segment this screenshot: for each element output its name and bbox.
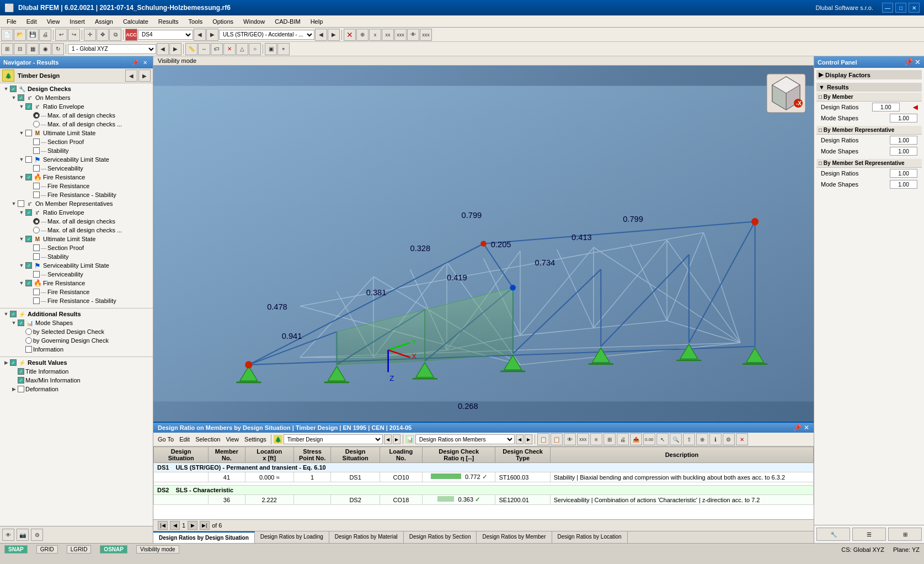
- close-button[interactable]: ✕: [909, 3, 920, 13]
- expand-on-member-reps[interactable]: ▼: [10, 200, 18, 207]
- expand-result-values[interactable]: ▶: [2, 359, 10, 366]
- radio-by-governing[interactable]: [25, 337, 32, 344]
- page-prev-btn[interactable]: ◀: [170, 521, 180, 530]
- tb-select[interactable]: ✛: [84, 29, 96, 41]
- menu-file[interactable]: File: [2, 17, 21, 26]
- tab-by-loading[interactable]: Design Ratios by Loading: [255, 531, 329, 543]
- col-check-type[interactable]: Design CheckType: [495, 447, 550, 463]
- tb-new[interactable]: 📄: [1, 29, 13, 41]
- expand-ratio-env-2[interactable]: ▼: [18, 209, 25, 216]
- menu-cadbim[interactable]: CAD-BIM: [270, 17, 305, 26]
- tree-node-max-all-4[interactable]: — Max. of all design checks ...: [0, 226, 153, 235]
- tb-grid[interactable]: ⊟: [14, 43, 26, 55]
- tb-move[interactable]: ✥: [97, 29, 109, 41]
- checkbox-title-info[interactable]: ✓: [18, 368, 24, 375]
- results-tb-7[interactable]: 🖨: [617, 433, 629, 445]
- cp-results-header[interactable]: ▼ Results: [816, 83, 922, 92]
- tree-node-stability-2[interactable]: — Stability: [0, 252, 153, 261]
- tb-annotate[interactable]: 🏷: [211, 43, 223, 55]
- checkbox-serv-1[interactable]: [33, 165, 40, 172]
- radio-by-selected[interactable]: [25, 328, 32, 335]
- tb-render1[interactable]: ▣: [265, 43, 277, 55]
- goto-menu[interactable]: Go To: [156, 436, 176, 443]
- maximize-button[interactable]: □: [895, 3, 906, 13]
- tree-node-additional-results[interactable]: ▼ ✓ ⚡ Additional Results: [0, 310, 153, 318]
- col-loading-no[interactable]: LoadingNo.: [380, 447, 422, 463]
- results-tb-6[interactable]: ⊞: [603, 433, 616, 445]
- visibility-mode-status[interactable]: Visibility mode: [136, 545, 179, 554]
- menu-assign[interactable]: Assign: [90, 17, 117, 26]
- results-pin-button[interactable]: 📌: [793, 424, 802, 432]
- results-tb-2[interactable]: 📋: [551, 433, 563, 445]
- tb-copy[interactable]: ⧉: [109, 29, 121, 41]
- checkbox-uls-2[interactable]: ✓: [25, 236, 32, 242]
- snap-status[interactable]: SNAP: [4, 545, 28, 554]
- tree-node-serviceability-2[interactable]: — Serviceability: [0, 270, 153, 279]
- page-last-btn[interactable]: ▶|: [200, 521, 210, 530]
- module-combo[interactable]: Timber Design: [284, 434, 383, 444]
- result-type-combo[interactable]: Design Ratios on Members: [415, 434, 515, 444]
- expand-design-checks[interactable]: ▼: [2, 85, 10, 93]
- tree-node-stability-1[interactable]: — Stability: [0, 146, 153, 155]
- tree-node-section-proof-2[interactable]: — Section Proof: [0, 243, 153, 252]
- tree-node-on-members[interactable]: ▼ ✓ ⑈ On Members: [0, 93, 153, 102]
- expand-ratio-env-1[interactable]: ▼: [18, 103, 25, 110]
- checkbox-serv-2[interactable]: [33, 271, 40, 278]
- result-prev-btn[interactable]: ◀: [516, 434, 524, 444]
- checkbox-fire-1[interactable]: ✓: [25, 174, 32, 180]
- tb-view2[interactable]: xx: [382, 29, 394, 41]
- cp-member-ms-input[interactable]: [890, 114, 917, 123]
- tb-cross[interactable]: ✕: [223, 43, 236, 55]
- checkbox-additional-results[interactable]: ✓: [10, 311, 17, 317]
- tb-cs-prev[interactable]: ◀: [157, 43, 169, 55]
- checkbox-maxmin-info[interactable]: ✓: [18, 377, 24, 384]
- checkbox-stab-2[interactable]: [33, 253, 40, 260]
- menu-help[interactable]: Help: [306, 17, 328, 26]
- tree-node-information[interactable]: Information: [0, 345, 153, 354]
- load-case-combo[interactable]: ULS (STR/GEO) - Accidental - ...: [219, 30, 314, 40]
- menu-results[interactable]: Results: [154, 17, 183, 26]
- tree-node-max-all-3[interactable]: — Max. of all design checks: [0, 217, 153, 226]
- col-design-situation[interactable]: DesignSituation: [154, 447, 209, 463]
- menu-options[interactable]: Options: [208, 17, 238, 26]
- col-design-sit[interactable]: DesignSituation: [331, 447, 380, 463]
- tb-rot[interactable]: ↻: [52, 43, 64, 55]
- module-next-btn[interactable]: ▶: [393, 434, 400, 444]
- cp-mem-set-dr-input[interactable]: [890, 169, 917, 178]
- nav-camera-btn[interactable]: 📷: [17, 529, 29, 541]
- page-next-btn[interactable]: ▶: [188, 521, 197, 530]
- tree-node-on-member-reps[interactable]: ▼ ⑈ On Member Representatives: [0, 199, 153, 208]
- cp-tab-1[interactable]: 🔧: [816, 528, 850, 541]
- results-tb-5[interactable]: ≡: [590, 433, 602, 445]
- tb-calc[interactable]: ACC: [125, 29, 137, 41]
- nav-prev-btn[interactable]: ◀: [125, 70, 137, 82]
- expand-additional-results[interactable]: ▼: [2, 310, 10, 318]
- expand-sls-1[interactable]: ▼: [18, 156, 25, 163]
- radio-max-all-3[interactable]: [33, 218, 40, 225]
- checkbox-sp-1[interactable]: [33, 139, 40, 145]
- osnap-status[interactable]: OSNAP: [100, 545, 127, 554]
- col-member-no[interactable]: MemberNo.: [209, 447, 245, 463]
- tb-view5[interactable]: xxx: [420, 29, 432, 41]
- expand-fire-2[interactable]: ▼: [18, 279, 25, 287]
- expand-uls-2[interactable]: ▼: [18, 235, 25, 243]
- design-situation-combo[interactable]: DS4 DS1 DS2 DS3: [138, 30, 193, 40]
- results-tb-1[interactable]: 📋: [537, 433, 549, 445]
- tree-node-uls-2[interactable]: ▼ ✓ M Ultimate Limit State: [0, 235, 153, 243]
- tb-redo[interactable]: ↪: [68, 29, 80, 41]
- col-location[interactable]: Locationx [ft]: [245, 447, 293, 463]
- results-tb-11[interactable]: ⊕: [696, 433, 708, 445]
- expand-on-members[interactable]: ▼: [10, 94, 18, 102]
- tree-node-max-all-1[interactable]: — Max. of all design checks: [0, 111, 153, 120]
- tb-axes[interactable]: ⊕: [356, 29, 368, 41]
- tree-node-maxmin-info[interactable]: ✓ Max/Min Information: [0, 376, 153, 385]
- tab-by-design-situation[interactable]: Design Ratios by Design Situation: [153, 531, 255, 543]
- checkbox-fs-2[interactable]: [33, 297, 40, 304]
- tb-zoom[interactable]: ⌖: [277, 43, 290, 55]
- tree-node-ratio-env-2[interactable]: ▼ ✓ ⑈ Ratio Envelope: [0, 208, 153, 217]
- view-menu[interactable]: View: [223, 436, 241, 443]
- module-prev-btn[interactable]: ◀: [384, 434, 392, 444]
- tb-view4[interactable]: 👁: [407, 29, 419, 41]
- results-tb-12[interactable]: ℹ: [709, 433, 722, 445]
- checkbox-on-members[interactable]: ✓: [18, 94, 24, 101]
